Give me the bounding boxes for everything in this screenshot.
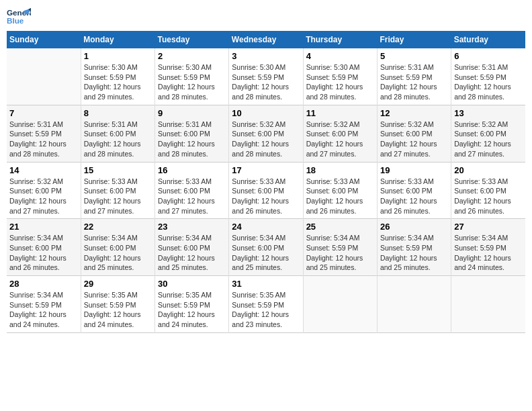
day-header-tuesday: Tuesday bbox=[155, 31, 229, 48]
day-number: 2 bbox=[158, 51, 226, 61]
day-info: Sunrise: 5:33 AM Sunset: 6:00 PM Dayligh… bbox=[306, 177, 374, 216]
day-number: 11 bbox=[306, 108, 374, 118]
day-number: 14 bbox=[9, 165, 78, 175]
day-info: Sunrise: 5:34 AM Sunset: 6:00 PM Dayligh… bbox=[9, 233, 78, 273]
page-header: General Blue bbox=[7, 7, 525, 26]
logo-icon: General Blue bbox=[7, 7, 31, 26]
day-number: 16 bbox=[158, 165, 226, 175]
day-number: 27 bbox=[454, 222, 523, 232]
day-info: Sunrise: 5:34 AM Sunset: 6:00 PM Dayligh… bbox=[158, 233, 226, 273]
calendar-cell: 20Sunrise: 5:33 AM Sunset: 6:00 PM Dayli… bbox=[451, 162, 525, 219]
day-header-wednesday: Wednesday bbox=[229, 31, 303, 48]
day-info: Sunrise: 5:31 AM Sunset: 6:00 PM Dayligh… bbox=[158, 120, 226, 159]
calendar-cell: 27Sunrise: 5:34 AM Sunset: 5:59 PM Dayli… bbox=[451, 219, 525, 276]
calendar-cell: 3Sunrise: 5:30 AM Sunset: 5:59 PM Daylig… bbox=[229, 48, 303, 105]
week-row-1: 1Sunrise: 5:30 AM Sunset: 5:59 PM Daylig… bbox=[7, 48, 525, 105]
calendar-cell: 7Sunrise: 5:31 AM Sunset: 5:59 PM Daylig… bbox=[7, 105, 81, 162]
calendar-cell: 12Sunrise: 5:32 AM Sunset: 6:00 PM Dayli… bbox=[377, 105, 451, 162]
day-info: Sunrise: 5:33 AM Sunset: 6:00 PM Dayligh… bbox=[84, 177, 152, 216]
day-info: Sunrise: 5:31 AM Sunset: 6:00 PM Dayligh… bbox=[84, 120, 152, 159]
week-row-3: 14Sunrise: 5:32 AM Sunset: 6:00 PM Dayli… bbox=[7, 162, 525, 219]
week-row-2: 7Sunrise: 5:31 AM Sunset: 5:59 PM Daylig… bbox=[7, 105, 525, 162]
day-number: 12 bbox=[380, 108, 448, 118]
day-info: Sunrise: 5:32 AM Sunset: 6:00 PM Dayligh… bbox=[454, 120, 523, 159]
calendar-cell: 1Sunrise: 5:30 AM Sunset: 5:59 PM Daylig… bbox=[81, 48, 154, 105]
day-info: Sunrise: 5:35 AM Sunset: 5:59 PM Dayligh… bbox=[84, 290, 152, 330]
day-number: 28 bbox=[9, 279, 78, 289]
day-info: Sunrise: 5:33 AM Sunset: 6:00 PM Dayligh… bbox=[380, 177, 448, 216]
day-info: Sunrise: 5:30 AM Sunset: 5:59 PM Dayligh… bbox=[232, 62, 300, 102]
day-info: Sunrise: 5:34 AM Sunset: 5:59 PM Dayligh… bbox=[454, 233, 523, 273]
day-header-sunday: Sunday bbox=[7, 31, 81, 48]
calendar-cell: 28Sunrise: 5:34 AM Sunset: 5:59 PM Dayli… bbox=[7, 276, 81, 333]
calendar-cell bbox=[451, 276, 525, 333]
week-row-4: 21Sunrise: 5:34 AM Sunset: 6:00 PM Dayli… bbox=[7, 219, 525, 276]
calendar-cell: 15Sunrise: 5:33 AM Sunset: 6:00 PM Dayli… bbox=[81, 162, 154, 219]
day-info: Sunrise: 5:35 AM Sunset: 5:59 PM Dayligh… bbox=[232, 290, 300, 330]
day-info: Sunrise: 5:32 AM Sunset: 6:00 PM Dayligh… bbox=[9, 177, 78, 216]
day-info: Sunrise: 5:35 AM Sunset: 5:59 PM Dayligh… bbox=[158, 290, 226, 330]
day-header-thursday: Thursday bbox=[303, 31, 377, 48]
day-number: 5 bbox=[380, 51, 448, 61]
calendar-cell: 19Sunrise: 5:33 AM Sunset: 6:00 PM Dayli… bbox=[377, 162, 451, 219]
day-header-monday: Monday bbox=[81, 31, 154, 48]
day-number: 24 bbox=[232, 222, 300, 232]
calendar-cell: 11Sunrise: 5:32 AM Sunset: 6:00 PM Dayli… bbox=[303, 105, 377, 162]
day-number: 3 bbox=[232, 51, 300, 61]
day-number: 25 bbox=[306, 222, 374, 232]
day-info: Sunrise: 5:32 AM Sunset: 6:00 PM Dayligh… bbox=[306, 120, 374, 159]
day-info: Sunrise: 5:30 AM Sunset: 5:59 PM Dayligh… bbox=[84, 62, 152, 102]
svg-text:Blue: Blue bbox=[7, 16, 24, 25]
day-number: 23 bbox=[158, 222, 226, 232]
logo: General Blue bbox=[7, 7, 31, 26]
calendar-table: SundayMondayTuesdayWednesdayThursdayFrid… bbox=[7, 31, 525, 333]
day-info: Sunrise: 5:34 AM Sunset: 5:59 PM Dayligh… bbox=[9, 290, 78, 330]
day-info: Sunrise: 5:34 AM Sunset: 6:00 PM Dayligh… bbox=[84, 233, 152, 273]
day-info: Sunrise: 5:33 AM Sunset: 6:00 PM Dayligh… bbox=[158, 177, 226, 216]
day-info: Sunrise: 5:30 AM Sunset: 5:59 PM Dayligh… bbox=[306, 62, 374, 102]
day-info: Sunrise: 5:31 AM Sunset: 5:59 PM Dayligh… bbox=[9, 120, 78, 159]
calendar-cell: 22Sunrise: 5:34 AM Sunset: 6:00 PM Dayli… bbox=[81, 219, 154, 276]
day-number: 18 bbox=[306, 165, 374, 175]
calendar-cell: 2Sunrise: 5:30 AM Sunset: 5:59 PM Daylig… bbox=[155, 48, 229, 105]
calendar-cell: 17Sunrise: 5:33 AM Sunset: 6:00 PM Dayli… bbox=[229, 162, 303, 219]
day-number: 17 bbox=[232, 165, 300, 175]
day-info: Sunrise: 5:30 AM Sunset: 5:59 PM Dayligh… bbox=[158, 62, 226, 102]
calendar-cell: 30Sunrise: 5:35 AM Sunset: 5:59 PM Dayli… bbox=[155, 276, 229, 333]
day-number: 6 bbox=[454, 51, 523, 61]
day-number: 10 bbox=[232, 108, 300, 118]
calendar-cell: 4Sunrise: 5:30 AM Sunset: 5:59 PM Daylig… bbox=[303, 48, 377, 105]
day-number: 9 bbox=[158, 108, 226, 118]
calendar-cell: 29Sunrise: 5:35 AM Sunset: 5:59 PM Dayli… bbox=[81, 276, 154, 333]
calendar-cell: 25Sunrise: 5:34 AM Sunset: 5:59 PM Dayli… bbox=[303, 219, 377, 276]
day-info: Sunrise: 5:33 AM Sunset: 6:00 PM Dayligh… bbox=[232, 177, 300, 216]
calendar-cell bbox=[377, 276, 451, 333]
calendar-cell: 24Sunrise: 5:34 AM Sunset: 6:00 PM Dayli… bbox=[229, 219, 303, 276]
calendar-cell: 18Sunrise: 5:33 AM Sunset: 6:00 PM Dayli… bbox=[303, 162, 377, 219]
calendar-cell: 10Sunrise: 5:32 AM Sunset: 6:00 PM Dayli… bbox=[229, 105, 303, 162]
day-info: Sunrise: 5:34 AM Sunset: 5:59 PM Dayligh… bbox=[380, 233, 448, 273]
calendar-cell bbox=[7, 48, 81, 105]
day-number: 19 bbox=[380, 165, 448, 175]
day-number: 30 bbox=[158, 279, 226, 289]
day-info: Sunrise: 5:31 AM Sunset: 5:59 PM Dayligh… bbox=[454, 62, 523, 102]
calendar-cell: 6Sunrise: 5:31 AM Sunset: 5:59 PM Daylig… bbox=[451, 48, 525, 105]
calendar-cell bbox=[303, 276, 377, 333]
day-number: 20 bbox=[454, 165, 523, 175]
calendar-cell: 26Sunrise: 5:34 AM Sunset: 5:59 PM Dayli… bbox=[377, 219, 451, 276]
day-number: 21 bbox=[9, 222, 78, 232]
day-header-friday: Friday bbox=[377, 31, 451, 48]
calendar-cell: 13Sunrise: 5:32 AM Sunset: 6:00 PM Dayli… bbox=[451, 105, 525, 162]
day-number: 8 bbox=[84, 108, 152, 118]
day-number: 13 bbox=[454, 108, 523, 118]
day-info: Sunrise: 5:32 AM Sunset: 6:00 PM Dayligh… bbox=[232, 120, 300, 159]
day-info: Sunrise: 5:34 AM Sunset: 5:59 PM Dayligh… bbox=[306, 233, 374, 273]
calendar-cell: 21Sunrise: 5:34 AM Sunset: 6:00 PM Dayli… bbox=[7, 219, 81, 276]
day-info: Sunrise: 5:34 AM Sunset: 6:00 PM Dayligh… bbox=[232, 233, 300, 273]
day-info: Sunrise: 5:33 AM Sunset: 6:00 PM Dayligh… bbox=[454, 177, 523, 216]
calendar-cell: 8Sunrise: 5:31 AM Sunset: 6:00 PM Daylig… bbox=[81, 105, 154, 162]
calendar-cell: 9Sunrise: 5:31 AM Sunset: 6:00 PM Daylig… bbox=[155, 105, 229, 162]
day-number: 31 bbox=[232, 279, 300, 289]
calendar-header-row: SundayMondayTuesdayWednesdayThursdayFrid… bbox=[7, 31, 525, 48]
day-number: 1 bbox=[84, 51, 152, 61]
